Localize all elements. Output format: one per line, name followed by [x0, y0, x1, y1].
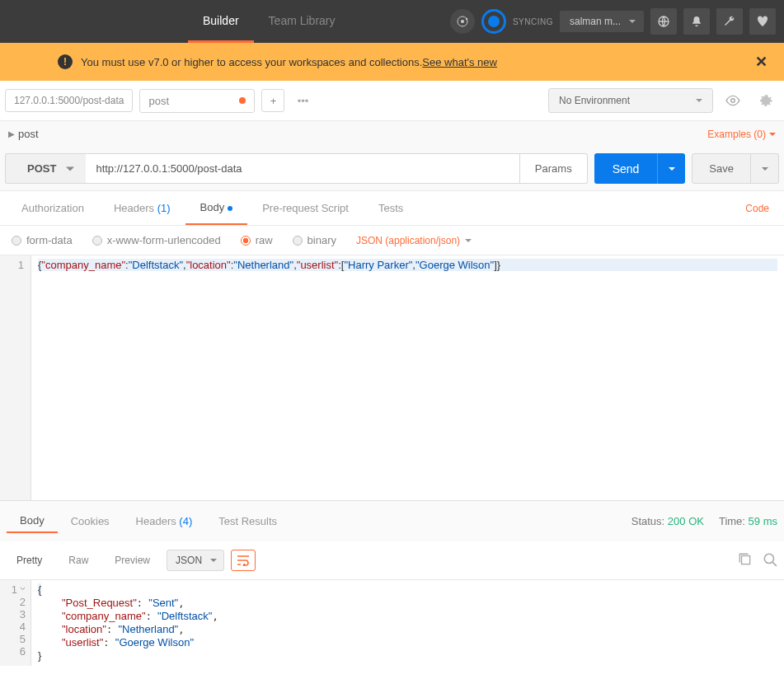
- t: Status:: [631, 515, 664, 527]
- request-tab-1[interactable]: 127.0.0.1:5000/post-data: [5, 89, 133, 112]
- tab-authorization[interactable]: Authorization: [7, 192, 99, 224]
- tab-overflow-button[interactable]: •••: [291, 89, 314, 112]
- request-body-editor[interactable]: {"company_name":"Delftstack","location":…: [31, 255, 784, 500]
- save-button[interactable]: Save: [692, 153, 751, 184]
- banner-close[interactable]: ✕: [755, 53, 768, 71]
- tab-headers[interactable]: Headers (1): [99, 192, 185, 224]
- tab-builder[interactable]: Builder: [188, 1, 254, 43]
- editor-gutter: 1: [0, 255, 31, 500]
- t: "company_name": [62, 610, 146, 622]
- satellite-icon[interactable]: [450, 9, 475, 34]
- copy-icon[interactable]: [738, 552, 753, 569]
- save-dropdown[interactable]: [751, 153, 779, 184]
- t: "Netherland": [233, 259, 293, 271]
- status-label: Status: 200 OK: [631, 515, 704, 527]
- radio-icon: [12, 236, 21, 246]
- resp-tab-headers[interactable]: Headers (4): [123, 510, 206, 532]
- globe-icon[interactable]: [650, 8, 677, 35]
- sync-icon[interactable]: [481, 9, 506, 34]
- tab-team-library[interactable]: Team Library: [254, 1, 350, 43]
- t: "Goerge Wilson": [415, 259, 494, 271]
- resp-headers-label: Headers: [136, 515, 180, 527]
- eye-icon[interactable]: [720, 87, 746, 114]
- radio-urlencoded-label: x-www-form-urlencoded: [107, 234, 221, 246]
- bell-icon[interactable]: [683, 8, 710, 35]
- search-icon[interactable]: [763, 552, 777, 569]
- heart-icon[interactable]: [749, 8, 776, 35]
- view-preview[interactable]: Preview: [105, 550, 160, 571]
- status-value: 200 OK: [668, 515, 704, 527]
- banner-text: You must use v7.0 or higher to access yo…: [81, 56, 422, 68]
- line-number: 6: [20, 645, 26, 658]
- view-raw[interactable]: Raw: [59, 550, 98, 571]
- resp-format-dropdown[interactable]: JSON: [167, 550, 224, 571]
- radio-icon: [293, 236, 303, 246]
- time-value: 59 ms: [749, 515, 777, 527]
- alert-icon: !: [58, 54, 73, 69]
- user-dropdown[interactable]: salman m...: [560, 11, 644, 32]
- svg-point-2: [466, 18, 467, 20]
- tab-body-label: Body: [200, 201, 225, 213]
- wrench-icon[interactable]: [716, 8, 743, 35]
- resp-tab-cookies[interactable]: Cookies: [58, 510, 123, 532]
- t: }: [38, 649, 41, 662]
- radio-raw[interactable]: raw: [241, 234, 273, 246]
- update-banner: ! You must use v7.0 or higher to access …: [0, 43, 784, 81]
- send-dropdown[interactable]: [657, 153, 685, 184]
- tab-prerequest[interactable]: Pre-request Script: [247, 192, 364, 224]
- wrap-lines-icon[interactable]: [231, 550, 256, 571]
- line-number: 2: [20, 596, 26, 608]
- resp-tab-tests[interactable]: Test Results: [205, 510, 290, 532]
- t: "Goerge Wilson": [115, 636, 194, 649]
- line-number: 4: [20, 620, 26, 633]
- url-input[interactable]: http://127.0.0.1:5000/post-data: [86, 153, 519, 184]
- send-button[interactable]: Send: [594, 153, 658, 184]
- environment-dropdown[interactable]: No Environment: [548, 88, 713, 113]
- t: "Delftstack": [129, 259, 183, 271]
- t: "location": [186, 259, 231, 271]
- request-tab-2[interactable]: post: [139, 89, 255, 113]
- t: ]}: [494, 259, 500, 271]
- tab-headers-count: (1): [157, 202, 171, 214]
- line-number: 1: [0, 259, 24, 271]
- t: "company_name": [41, 259, 125, 271]
- banner-link[interactable]: See what's new: [422, 56, 497, 68]
- crumb-caret-icon: ▶: [8, 129, 15, 138]
- resp-headers-count: (4): [179, 515, 192, 527]
- resp-tab-body[interactable]: Body: [7, 509, 58, 533]
- svg-point-6: [764, 554, 773, 563]
- code-link[interactable]: Code: [737, 193, 777, 224]
- t: "Netherland": [118, 623, 178, 635]
- radio-urlencoded[interactable]: x-www-form-urlencoded: [92, 234, 221, 246]
- examples-dropdown[interactable]: Examples (0): [707, 129, 776, 140]
- add-tab-button[interactable]: +: [261, 89, 284, 112]
- radio-formdata[interactable]: form-data: [12, 234, 73, 246]
- radio-checked-icon: [241, 236, 251, 246]
- radio-raw-label: raw: [256, 234, 273, 246]
- response-body[interactable]: { "Post_Request": "Sent", "company_name"…: [31, 580, 784, 666]
- t: "userlist": [297, 259, 338, 271]
- t: "Sent": [148, 597, 178, 609]
- t: "Post_Request": [62, 597, 137, 609]
- tab-headers-label: Headers: [114, 202, 157, 214]
- line-number: 5: [20, 633, 26, 645]
- view-pretty[interactable]: Pretty: [7, 550, 52, 571]
- svg-point-4: [731, 99, 735, 103]
- tab-tests[interactable]: Tests: [364, 192, 418, 224]
- t: Time:: [719, 515, 745, 527]
- gear-icon[interactable]: [753, 87, 779, 114]
- params-button[interactable]: Params: [520, 153, 588, 184]
- t: "location": [62, 623, 106, 635]
- t: "Delftstack": [157, 610, 212, 622]
- radio-icon: [92, 236, 102, 246]
- content-type-dropdown[interactable]: JSON (application/json): [356, 235, 472, 246]
- tab-body[interactable]: Body: [185, 191, 248, 225]
- method-dropdown[interactable]: POST: [5, 153, 86, 184]
- t: {: [38, 583, 41, 596]
- line-number: 3: [20, 608, 26, 620]
- radio-binary[interactable]: binary: [293, 234, 336, 246]
- resp-gutter: 1 2 3 4 5 6: [0, 580, 31, 666]
- request-tab-2-label: post: [148, 95, 169, 107]
- t: "userlist": [62, 636, 103, 649]
- radio-binary-label: binary: [307, 234, 336, 246]
